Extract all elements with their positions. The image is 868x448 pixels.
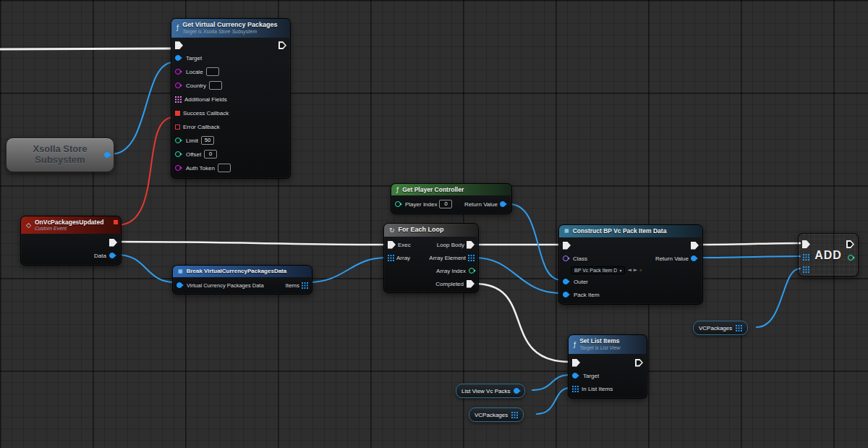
node-xsolla-store-subsystem[interactable]: Xsolla Store Subsystem bbox=[6, 138, 114, 172]
auth-token-input[interactable] bbox=[218, 164, 231, 172]
array-index-pin[interactable] bbox=[469, 268, 475, 274]
wire-items-to-array[interactable] bbox=[308, 258, 386, 282]
exec-out-pin[interactable] bbox=[109, 239, 117, 247]
node-header[interactable]: ▦ Break VirtualCurrencyPackagesData bbox=[173, 266, 312, 277]
locale-pin[interactable] bbox=[175, 69, 181, 75]
wire-vcpackages-to-inlistitems[interactable] bbox=[537, 388, 570, 414]
node-header[interactable]: ƒ Get Virtual Currency Packages Target i… bbox=[171, 19, 290, 38]
class-select-value: BP Vc Pack Item D bbox=[574, 268, 617, 273]
additional-fields-pin[interactable] bbox=[175, 96, 182, 103]
data-pin-label: Data bbox=[94, 253, 106, 259]
array-pin-label: Array bbox=[396, 255, 410, 261]
wire-listview-to-target[interactable] bbox=[532, 375, 570, 390]
offset-pin[interactable] bbox=[175, 151, 181, 157]
wire-controller-to-outer[interactable] bbox=[509, 204, 561, 280]
player-index-pin[interactable] bbox=[395, 201, 401, 207]
variable-label: List View Vc Packs bbox=[461, 388, 510, 394]
variable-node-vcpackages-upper[interactable]: VCPackages bbox=[693, 321, 748, 335]
node-header[interactable]: ◇ OnVcPackagesUpdated Custom Event bbox=[21, 216, 121, 234]
limit-pin[interactable] bbox=[175, 138, 181, 143]
node-get-virtual-currency-packages[interactable]: ƒ Get Virtual Currency Packages Target i… bbox=[171, 18, 291, 179]
player-index-input[interactable]: 0 bbox=[439, 200, 452, 208]
exec-out-pin[interactable] bbox=[635, 359, 643, 367]
vcpackages-output-pin[interactable] bbox=[511, 412, 518, 418]
exec-out-pin[interactable] bbox=[691, 242, 699, 250]
wire-data-to-break[interactable] bbox=[117, 255, 175, 282]
node-get-player-controller[interactable]: ƒ Get Player Controller Player Index 0 R… bbox=[391, 183, 512, 214]
node-set-list-items[interactable]: ƒ Set List Items Target is List View Tar… bbox=[568, 334, 647, 399]
player-index-pin-label: Player Index bbox=[405, 201, 437, 208]
error-callback-pin[interactable] bbox=[175, 124, 180, 130]
wire-vcpackages-to-add[interactable] bbox=[757, 269, 800, 327]
vcpackages-output-pin[interactable] bbox=[736, 325, 742, 331]
delegate-output-pin[interactable] bbox=[114, 220, 118, 224]
offset-input[interactable]: 0 bbox=[204, 150, 217, 159]
variable-node-vcpackages-lower[interactable]: VCPackages bbox=[469, 407, 524, 422]
xsolla-label-line1: Xsolla Store bbox=[33, 144, 87, 155]
construct-icon: ▦ bbox=[564, 229, 569, 234]
node-title: Get Player Controller bbox=[402, 186, 464, 194]
limit-input[interactable]: 50 bbox=[201, 136, 214, 145]
completed-pin[interactable] bbox=[467, 280, 475, 288]
locale-input[interactable] bbox=[206, 67, 219, 76]
in-list-items-pin[interactable] bbox=[572, 386, 579, 392]
variable-label: VCPackages bbox=[699, 325, 732, 331]
country-input[interactable] bbox=[209, 81, 222, 90]
exec-out-pin[interactable] bbox=[278, 41, 286, 49]
list-view-output-pin[interactable] bbox=[514, 388, 519, 394]
wire-event-to-foreach-exec[interactable] bbox=[117, 242, 386, 245]
exec-in-pin[interactable] bbox=[388, 241, 396, 249]
exec-out-pin[interactable] bbox=[846, 240, 854, 248]
class-prev-icon[interactable]: ◄ bbox=[627, 268, 631, 273]
exec-in-pin[interactable] bbox=[175, 41, 183, 49]
new-item-pin[interactable] bbox=[803, 266, 809, 273]
xsolla-output-pin[interactable] bbox=[104, 152, 110, 158]
class-select[interactable]: BP Vc Pack Item D ▾ bbox=[571, 266, 625, 274]
data-pin[interactable] bbox=[109, 253, 115, 258]
wire-exec-entry[interactable] bbox=[0, 48, 174, 49]
return-value-pin[interactable] bbox=[500, 201, 506, 207]
blueprint-graph-canvas[interactable]: ƒ Get Virtual Currency Packages Target i… bbox=[0, 0, 868, 448]
exec-in-pin[interactable] bbox=[563, 242, 571, 250]
wire-xsolla-to-target[interactable] bbox=[111, 62, 174, 154]
target-array-pin[interactable] bbox=[803, 254, 809, 261]
wire-delegate-to-success-callback[interactable] bbox=[118, 117, 174, 225]
node-header[interactable]: ƒ Get Player Controller bbox=[391, 184, 511, 195]
class-next-icon[interactable]: ► bbox=[634, 268, 637, 273]
array-element-pin-label: Array Element bbox=[429, 255, 466, 261]
node-for-each-loop[interactable]: ↻ For Each Loop Exec Loop Body Array bbox=[383, 223, 479, 293]
auth-token-pin[interactable] bbox=[175, 165, 181, 171]
wire-returnvalue-to-add[interactable] bbox=[700, 256, 800, 258]
node-construct-bp-vc-pack-item-data[interactable]: ▦ Construct BP Vc Pack Item Data Class R… bbox=[558, 224, 703, 305]
node-on-vc-packages-updated[interactable]: ◇ OnVcPackagesUpdated Custom Event Data bbox=[20, 216, 122, 266]
wire-construct-to-add-exec[interactable] bbox=[700, 243, 800, 245]
items-pin[interactable] bbox=[302, 282, 308, 289]
node-array-add[interactable]: ADD bbox=[798, 233, 859, 276]
node-header[interactable]: ↻ For Each Loop bbox=[384, 224, 478, 237]
wire-completed-to-setlistitems-exec[interactable] bbox=[475, 284, 570, 362]
return-index-pin[interactable] bbox=[848, 255, 854, 261]
dropdown-caret-icon: ▾ bbox=[619, 268, 621, 273]
target-pin[interactable] bbox=[572, 373, 578, 379]
loop-body-pin[interactable] bbox=[467, 241, 475, 249]
node-header[interactable]: ▦ Construct BP Vc Pack Item Data bbox=[559, 225, 702, 237]
success-callback-pin[interactable] bbox=[175, 111, 180, 116]
class-browse-icon[interactable]: ⌕ bbox=[639, 268, 642, 273]
pack-item-pin[interactable] bbox=[563, 292, 569, 297]
wire-element-to-packitem[interactable] bbox=[475, 258, 561, 293]
array-element-pin[interactable] bbox=[468, 255, 475, 261]
struct-input-pin[interactable] bbox=[176, 282, 182, 288]
class-pin[interactable] bbox=[563, 255, 569, 261]
variable-node-list-view-vc-packs[interactable]: List View Vc Packs bbox=[456, 384, 525, 398]
array-pin[interactable] bbox=[388, 255, 394, 261]
target-pin-label: Target bbox=[186, 55, 202, 62]
function-icon: ƒ bbox=[176, 25, 179, 31]
node-break-virtual-currency-packages-data[interactable]: ▦ Break VirtualCurrencyPackagesData Virt… bbox=[172, 265, 312, 295]
exec-in-pin[interactable] bbox=[572, 359, 580, 367]
return-value-pin[interactable] bbox=[691, 255, 697, 261]
outer-pin[interactable] bbox=[563, 279, 569, 284]
exec-in-pin[interactable] bbox=[802, 240, 810, 248]
country-pin[interactable] bbox=[175, 83, 181, 88]
node-header[interactable]: ƒ Set List Items Target is List View bbox=[569, 335, 647, 354]
target-pin[interactable] bbox=[175, 55, 181, 61]
